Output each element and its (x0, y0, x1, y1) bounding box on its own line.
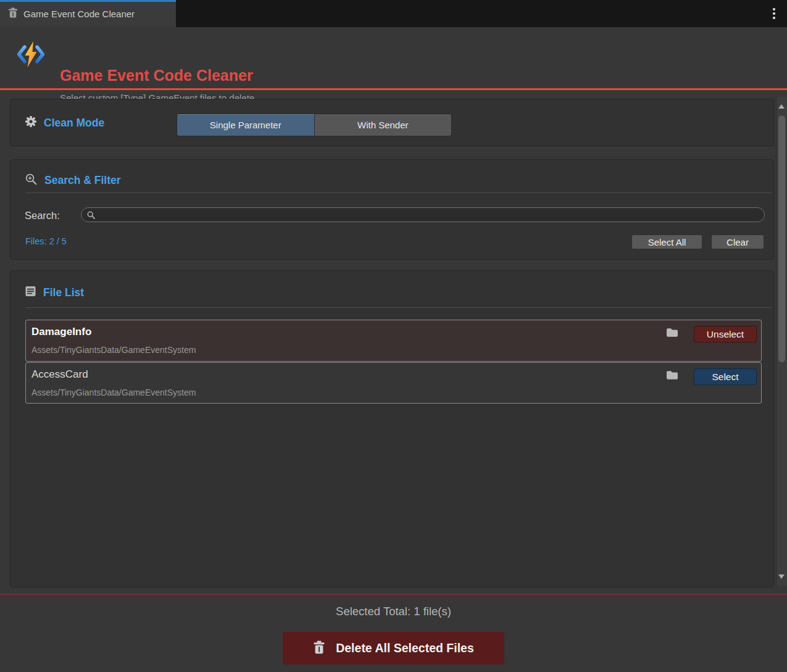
list-icon (25, 286, 36, 299)
unselect-button[interactable]: Unselect (694, 326, 757, 342)
code-lightning-icon (16, 41, 46, 70)
delete-all-label: Delete All Selected Files (336, 641, 474, 655)
file-path: Assets/TinyGiantsData/GameEventSystem (31, 388, 196, 397)
footer-divider (0, 594, 787, 595)
search-filter-title: Search & Filter (44, 174, 121, 187)
delete-all-button[interactable]: Delete All Selected Files (283, 632, 504, 665)
clean-mode-section: Clean Mode Single Parameter With Sender (10, 99, 774, 146)
search-label: Search: (25, 210, 60, 222)
trash-icon (313, 641, 325, 657)
zoom-in-icon (25, 173, 37, 188)
scrollbar-thumb[interactable] (778, 115, 785, 362)
file-name: AccessCard (31, 368, 88, 381)
search-field[interactable] (81, 207, 765, 222)
toggle-with-sender[interactable]: With Sender (314, 114, 452, 136)
clear-button[interactable]: Clear (711, 234, 764, 249)
file-path: Assets/TinyGiantsData/GameEventSystem (31, 345, 196, 355)
clean-mode-header: Clean Mode (25, 116, 104, 130)
trash-icon (8, 7, 18, 20)
file-list-title: File List (43, 286, 84, 299)
tab-bar: Game Event Code Cleaner (0, 0, 787, 27)
files-counter: Files: 2 / 5 (25, 236, 67, 246)
clean-mode-toggle: Single Parameter With Sender (177, 114, 452, 136)
folder-icon[interactable] (666, 370, 678, 383)
search-input[interactable] (95, 208, 764, 222)
search-filter-header: Search & Filter (25, 173, 121, 188)
window-tab[interactable]: Game Event Code Cleaner (0, 0, 176, 27)
search-divider (25, 193, 772, 193)
select-button[interactable]: Select (694, 368, 757, 385)
file-list-divider (25, 307, 772, 308)
toggle-single-parameter[interactable]: Single Parameter (177, 114, 314, 136)
kebab-menu-icon[interactable] (769, 7, 779, 20)
magnifier-icon (87, 211, 95, 219)
page-title: Game Event Code Cleaner (60, 67, 253, 85)
search-filter-section: Search & Filter Search: Files: 2 / 5 Sel… (10, 159, 774, 260)
file-list-header: File List (25, 286, 84, 299)
clean-mode-title: Clean Mode (44, 117, 104, 130)
gear-icon (25, 116, 36, 130)
file-row-damageinfo[interactable]: DamageInfo Assets/TinyGiantsData/GameEve… (25, 320, 762, 362)
tab-active-indicator (0, 0, 176, 2)
tab-title: Game Event Code Cleaner (23, 9, 135, 19)
file-name: DamageInfo (31, 326, 91, 338)
vertical-scrollbar[interactable] (776, 97, 787, 586)
file-list-section: File List DamageInfo Assets/TinyGiantsDa… (10, 270, 774, 587)
folder-icon[interactable] (666, 328, 678, 340)
selected-total: Selected Total: 1 file(s) (0, 605, 787, 618)
scroll-up-arrow-icon[interactable] (778, 104, 785, 109)
window-header: Game Event Code Cleaner Select custom [T… (0, 27, 787, 90)
scroll-down-arrow-icon[interactable] (778, 575, 785, 579)
select-all-button[interactable]: Select All (631, 234, 702, 249)
file-row-accesscard[interactable]: AccessCard Assets/TinyGiantsData/GameEve… (25, 362, 762, 404)
